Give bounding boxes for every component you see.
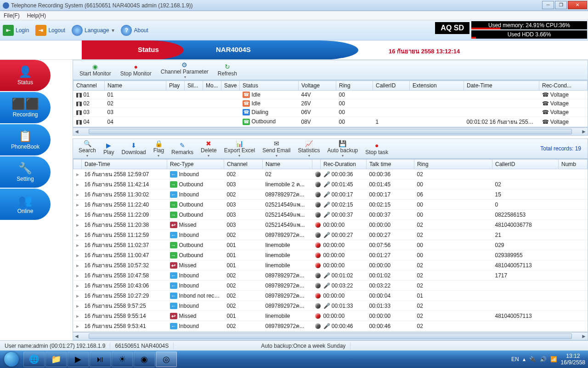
record-row[interactable]: ▸16 กันยายน 2558 12:59:07←Inbound00202🎤 … [74,169,588,179]
col-status[interactable]: Status [240,81,299,91]
login-button[interactable]: ⇤Login [3,25,29,36]
col-recduration[interactable]: Rec-Duration [321,160,367,169]
tray-volume-icon[interactable]: 🔊 [540,356,547,362]
tray-clock[interactable]: 13:1216/9/2558 [561,353,585,366]
play-button[interactable]: ▶Play [100,141,118,156]
record-row[interactable]: ▸16 กันยายน 2558 10:57:32↩Missed001linem… [74,260,588,270]
col-callerid[interactable]: CallerID [492,160,559,169]
sidebar-icon: 👤 [18,65,32,78]
record-row[interactable]: ▸16 กันยายน 2558 11:00:47→Outbound001lin… [74,250,588,260]
col-extension[interactable]: Extension [410,81,464,91]
start-button[interactable] [0,351,23,368]
tray-power-icon[interactable]: 🔌 [529,356,536,362]
close-button[interactable]: ✕ [568,1,587,9]
export-excel-button[interactable]: 📊Export Excel▾ [220,139,259,159]
search-button[interactable]: 🔍Search▾ [75,139,100,159]
col-sil[interactable]: Sil... [185,81,203,91]
channel-table[interactable]: ChannelNamePlaySil...Mo...SaveStatusVolt… [73,80,588,127]
statistics-button[interactable]: 📈Statistics▾ [294,139,324,159]
flag-button[interactable]: 🔒Flag▾ [150,139,168,159]
records-scrollbar[interactable]: ◄► [73,332,588,340]
record-row[interactable]: ▸16 กันยายน 2558 11:02:37→Outbound001lin… [74,240,588,250]
col-numb[interactable]: Numb [559,160,588,169]
channel-parameter-button[interactable]: ⚙Channel Parameter▾ [157,60,212,80]
send-email-button[interactable]: ✉Send Email▾ [259,139,294,159]
col-callerid[interactable]: CallerID [373,81,410,91]
col-play[interactable]: Play [166,81,185,91]
start-monitor-button[interactable]: ◉Start Monitor [76,62,115,78]
sidebar-status[interactable]: 👤Status [0,60,51,91]
tray-up-icon[interactable]: ▴ [523,356,526,362]
col-talktime[interactable]: Talk time [367,160,414,169]
minimize-button[interactable]: ─ [542,1,554,9]
remarks-button[interactable]: ✎Remarks [168,141,197,156]
record-row[interactable]: ▸16 กันยายน 2558 10:47:58←Inbound0020897… [74,270,588,281]
menu-help[interactable]: Help(H) [25,12,48,20]
taskbar-chrome[interactable]: ◉ [134,351,155,367]
taskbar-app2[interactable]: ☀ [112,351,133,367]
restore-button[interactable]: ❐ [555,1,567,9]
col-ring[interactable]: Ring [414,160,492,169]
record-row[interactable]: ▸16 กันยายน 2558 11:42:14→Outbound003lin… [74,179,588,190]
sidebar-icon: 👥 [18,194,32,207]
record-row[interactable]: ▸16 กันยายน 2558 9:57:25←Inbound00208978… [74,301,588,311]
sidebar-phonebook[interactable]: 📋PhoneBook [0,124,51,155]
record-row[interactable]: ▸16 กันยายน 2558 11:20:38↩Missed00302521… [74,220,588,230]
record-row[interactable]: ▸16 กันยายน 2558 11:22:40→Outbound003025… [74,200,588,210]
record-row[interactable]: ▸16 กันยายน 2558 10:43:06←Inbound0020897… [74,281,588,291]
taskbar-ie[interactable]: 🌐 [23,351,45,367]
channel-row[interactable]: ❚0101☎Idle44V00☎ Voltage [74,91,588,99]
refresh-button[interactable]: ↻Refresh [214,62,241,78]
record-row[interactable]: ▸16 กันยายน 2558 9:55:14↩Missed001linemo… [74,311,588,321]
taskbar-mediaplayer[interactable]: ▶ [68,351,89,367]
channel-row[interactable]: ❚0404☎Outbound08V00100:01:02 16 กันยายน … [74,117,588,127]
col-name[interactable]: Name [105,81,166,91]
record-row[interactable]: ▸16 กันยายน 2558 9:53:41←Inbound00208978… [74,321,588,331]
col-save[interactable]: Save [221,81,240,91]
channel-row[interactable]: ❚0202☎Idle26V00☎ Voltage [74,99,588,108]
sidebar-recording[interactable]: ⬛⬛Recording [0,92,51,123]
auto-backup-button[interactable]: 💾Auto backup▾ [324,139,362,159]
channel-row[interactable]: ❚0303☎Dialing06V00☎ Voltage [74,108,588,117]
sidebar-setting[interactable]: 🔧Setting [0,156,51,188]
titlebar[interactable]: Telephone Recording System (66150651 NAR… [0,0,588,11]
col-ring[interactable]: Ring [336,81,373,91]
top-toolbar: ⇤Login ⇥Logout Language▾ ?About AQ SD Us… [0,20,588,40]
col-mo[interactable]: Mo... [203,81,221,91]
record-row[interactable]: ▸16 กันยายน 2558 11:12:59←Inbound0020897… [74,230,588,240]
tray-lang[interactable]: EN [511,356,519,362]
system-tray[interactable]: EN ▴ 🔌 🔊 📶 13:1216/9/2558 [511,351,585,368]
logout-button[interactable]: ⇥Logout [35,25,65,36]
taskbar[interactable]: 🌐 📁 ▶ ⏯ ☀ ◉ ◎ EN ▴ 🔌 🔊 📶 13:1216/9/2558 [0,351,588,368]
menu-file[interactable]: File(F) [2,12,22,20]
aq-badge: AQ SD [435,22,469,34]
record-row[interactable]: ▸16 กันยายน 2558 10:27:29←Inbond not rec… [74,291,588,301]
tray-network-icon[interactable]: 📶 [550,356,557,362]
col-datetime[interactable]: Date-Time [464,81,539,91]
col-name[interactable]: Name [263,160,312,169]
record-row[interactable]: ▸16 กันยายน 2558 11:22:09→Outbound003025… [74,210,588,220]
taskbar-explorer[interactable]: 📁 [45,351,67,367]
col-reccond[interactable]: Rec-Cond... [539,81,588,91]
delete-button[interactable]: ✖Delete▾ [197,139,220,159]
download-button[interactable]: ⬇Download [118,141,149,156]
col-rectype[interactable]: Rec-Type [167,160,224,169]
stop-monitor-button[interactable]: ●Stop Monitor [117,62,155,78]
col-voltage[interactable]: Voltage [299,81,336,91]
col-channel[interactable]: Channel [224,160,263,169]
col-datetime[interactable]: Date-Time [82,160,167,169]
col-flag[interactable] [74,160,82,169]
taskbar-app-active[interactable]: ◎ [156,351,177,367]
download-icon: ⬇ [131,142,136,149]
taskbar-app1[interactable]: ⏯ [90,351,111,367]
stop-task-button[interactable]: ●Stop task [362,141,392,156]
about-button[interactable]: ?About [121,25,148,36]
channel-scrollbar[interactable]: ◄► [73,127,588,136]
col-flag[interactable] [312,160,321,169]
col-channel[interactable]: Channel [74,81,105,91]
hdd-meter: Used HDD 3.66% [508,31,551,38]
sidebar-online[interactable]: 👥Online [0,189,51,220]
language-button[interactable]: Language▾ [72,25,114,36]
records-table[interactable]: Date-TimeRec-TypeChannelNameRec-Duration… [73,159,588,332]
record-row[interactable]: ▸16 กันยายน 2558 11:30:02←Inbound0020897… [74,190,588,200]
